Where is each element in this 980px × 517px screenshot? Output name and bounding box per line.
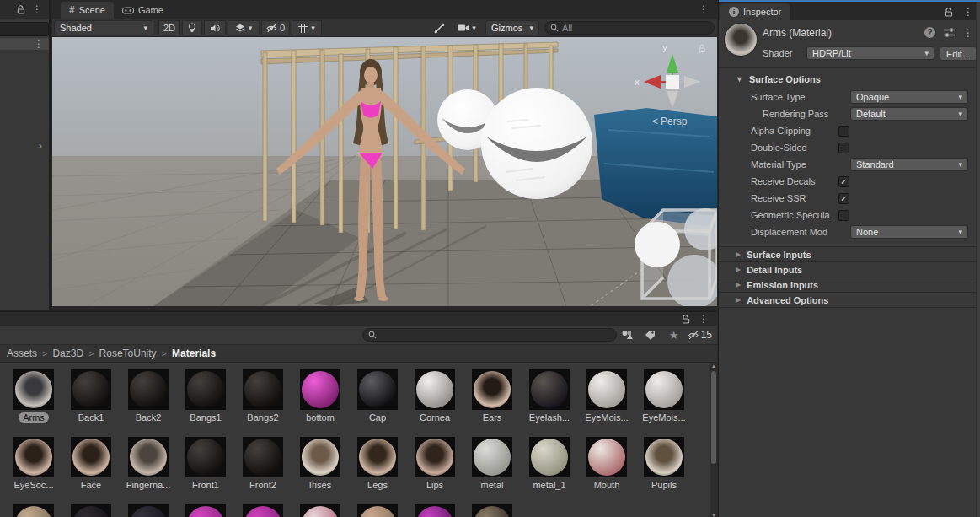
help-icon[interactable]: ?: [924, 27, 935, 38]
material-tile[interactable]: Pupils: [635, 437, 693, 490]
material-thumbnail[interactable]: [300, 504, 340, 517]
tab-inspector[interactable]: i Inspector: [720, 3, 790, 20]
project-search-input[interactable]: [380, 330, 611, 340]
expand-chevron-icon[interactable]: ›: [39, 139, 42, 152]
material-thumbnail[interactable]: [415, 504, 455, 517]
unlock-icon[interactable]: [682, 315, 690, 324]
material-thumbnail[interactable]: [71, 437, 111, 477]
property-dropdown[interactable]: Standard▾: [850, 158, 968, 171]
material-tile[interactable]: [5, 504, 62, 517]
material-tile[interactable]: [463, 504, 521, 517]
material-tile[interactable]: [177, 504, 234, 517]
breadcrumb-item[interactable]: RoseToUnity: [99, 347, 157, 359]
material-tile[interactable]: [349, 504, 406, 517]
shader-edit-button[interactable]: Edit...: [940, 46, 977, 61]
material-thumbnail[interactable]: [529, 369, 570, 410]
property-checkbox[interactable]: [838, 210, 849, 221]
material-thumbnail[interactable]: [472, 504, 512, 517]
material-tile[interactable]: Irises: [292, 437, 349, 490]
project-menu-icon[interactable]: ⋮: [699, 314, 709, 324]
material-thumbnail[interactable]: [185, 437, 226, 477]
filter-by-type-icon[interactable]: [617, 327, 637, 342]
material-thumbnail[interactable]: [472, 369, 512, 410]
material-tile[interactable]: Front2: [234, 437, 292, 490]
material-thumbnail[interactable]: [243, 504, 283, 517]
hierarchy-selected-row[interactable]: ⋮: [0, 38, 49, 50]
presets-icon[interactable]: [944, 28, 955, 37]
foldout-section[interactable]: ▶Emission Inputs: [719, 277, 980, 292]
material-tile[interactable]: [234, 504, 292, 517]
material-tile[interactable]: Fingerna...: [120, 437, 177, 490]
material-tile[interactable]: Cornea: [406, 369, 463, 423]
material-tile[interactable]: Mouth: [578, 437, 635, 490]
material-thumbnail[interactable]: [185, 369, 226, 410]
property-dropdown[interactable]: None▾: [850, 225, 968, 239]
tab-scene[interactable]: # Scene: [61, 2, 114, 19]
scene-search-field[interactable]: [544, 21, 715, 35]
material-thumbnail[interactable]: [13, 369, 54, 410]
material-thumbnail[interactable]: [300, 437, 340, 477]
audio-toggle-button[interactable]: [204, 20, 226, 35]
property-checkbox[interactable]: ✓: [838, 193, 849, 204]
scene-viewport[interactable]: y x < Persp: [52, 37, 717, 306]
tab-game[interactable]: Game: [114, 2, 172, 19]
lighting-toggle-button[interactable]: [182, 20, 202, 35]
camera-dropdown-button[interactable]: ▾: [452, 20, 482, 35]
property-checkbox[interactable]: [838, 126, 849, 137]
toggle-2d-button[interactable]: 2D: [158, 20, 180, 35]
scene-search-input[interactable]: [562, 23, 709, 33]
material-preview-sphere[interactable]: [725, 24, 757, 56]
favorites-star-icon[interactable]: ★: [664, 327, 684, 342]
material-tile[interactable]: Lips: [406, 437, 463, 490]
material-thumbnail[interactable]: [128, 437, 169, 477]
material-tile[interactable]: Eyelash...: [521, 369, 578, 423]
property-dropdown[interactable]: Default▾: [850, 107, 968, 121]
material-thumbnail[interactable]: [128, 504, 169, 517]
material-tile[interactable]: bottom: [292, 369, 349, 423]
surface-options-foldout[interactable]: ▼ Surface Options: [719, 71, 980, 88]
material-thumbnail[interactable]: [472, 437, 512, 477]
material-thumbnail[interactable]: [357, 369, 398, 410]
hidden-objects-button[interactable]: 0: [261, 20, 290, 35]
material-tile[interactable]: EyeSoc...: [5, 437, 62, 490]
foldout-section[interactable]: ▶Surface Inputs: [719, 246, 980, 261]
material-tile[interactable]: metal: [463, 437, 521, 490]
material-thumbnail[interactable]: [71, 369, 111, 410]
material-thumbnail[interactable]: [357, 504, 398, 517]
material-tile[interactable]: metal_1: [521, 437, 578, 490]
material-thumbnail[interactable]: [415, 437, 455, 477]
material-thumbnail[interactable]: [13, 437, 54, 477]
effects-dropdown-button[interactable]: ▾: [228, 20, 260, 35]
material-menu-icon[interactable]: ⋮: [963, 28, 973, 38]
material-tile[interactable]: Back2: [120, 369, 177, 423]
inspector-menu-icon[interactable]: ⋮: [963, 7, 973, 17]
material-tile[interactable]: EyeMois...: [578, 369, 635, 423]
material-thumbnail[interactable]: [644, 437, 684, 477]
material-tile[interactable]: [120, 504, 177, 517]
material-thumbnail[interactable]: [185, 504, 226, 517]
material-tile[interactable]: Arms: [5, 369, 62, 423]
property-dropdown[interactable]: Opaque▾: [850, 90, 968, 104]
material-thumbnail[interactable]: [71, 504, 111, 517]
material-tile[interactable]: Bangs1: [177, 369, 234, 423]
unlock-icon[interactable]: [17, 5, 25, 14]
panel-menu-icon[interactable]: ⋮: [32, 4, 42, 14]
property-checkbox[interactable]: ✓: [838, 176, 849, 187]
material-tile[interactable]: EyeMois...: [635, 369, 693, 423]
project-search-field[interactable]: [362, 328, 617, 342]
material-thumbnail[interactable]: [644, 369, 684, 410]
foldout-section[interactable]: ▶Advanced Options: [719, 292, 980, 307]
material-tile[interactable]: Face: [62, 437, 120, 490]
property-checkbox[interactable]: [838, 143, 849, 153]
foldout-section[interactable]: ▶Detail Inputs: [719, 261, 980, 277]
material-thumbnail[interactable]: [415, 369, 455, 410]
scrollbar-thumb[interactable]: [711, 371, 716, 464]
material-thumbnail[interactable]: [300, 369, 340, 410]
breadcrumb-item[interactable]: Assets: [7, 347, 37, 359]
shading-mode-dropdown[interactable]: Shaded ▾: [54, 20, 153, 35]
material-thumbnail[interactable]: [243, 369, 283, 410]
asset-grid[interactable]: ArmsBack1Back2Bangs1Bangs2bottomCapCorne…: [0, 363, 710, 517]
material-thumbnail[interactable]: [586, 437, 627, 477]
material-tile[interactable]: Bangs2: [234, 369, 292, 423]
grid-settings-button[interactable]: ▾: [292, 20, 322, 35]
